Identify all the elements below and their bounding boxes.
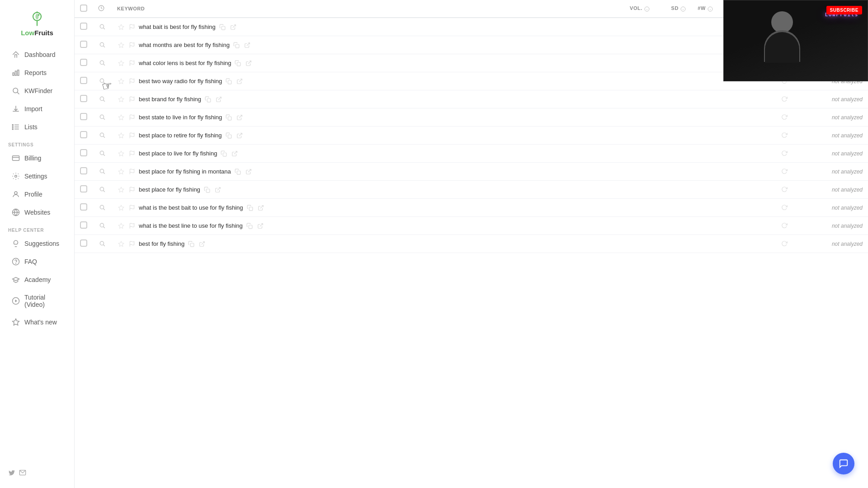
row-refresh-btn[interactable]	[780, 149, 788, 157]
row-copy-btn[interactable]	[225, 77, 233, 85]
row-search-btn[interactable]	[98, 113, 106, 121]
row-flag-btn[interactable]	[128, 59, 136, 67]
row-flag-btn[interactable]	[128, 95, 136, 103]
row-search-btn[interactable]	[98, 239, 106, 248]
row-search-btn[interactable]	[98, 23, 106, 31]
row-star-btn[interactable]	[117, 168, 125, 176]
select-all-checkbox[interactable]	[80, 5, 87, 12]
mail-icon[interactable]	[19, 469, 26, 476]
row-star-btn[interactable]	[117, 222, 125, 230]
row-copy-btn[interactable]	[204, 95, 212, 103]
row-flag-btn[interactable]	[128, 23, 136, 31]
sidebar-item-suggestions[interactable]: Suggestions	[4, 235, 71, 252]
sidebar-item-tutorial[interactable]: Tutorial (Video)	[4, 289, 71, 313]
row-refresh-btn[interactable]	[780, 131, 788, 139]
row-external-link-btn[interactable]	[256, 222, 264, 230]
row-star-btn[interactable]	[117, 59, 125, 67]
row-flag-btn[interactable]	[128, 240, 136, 248]
row-star-btn[interactable]	[117, 240, 125, 248]
row-star-btn[interactable]	[117, 186, 125, 194]
row-copy-btn[interactable]	[225, 131, 233, 140]
row-copy-btn[interactable]	[187, 240, 195, 248]
row-checkbox[interactable]	[80, 131, 87, 138]
row-checkbox[interactable]	[80, 113, 87, 120]
sidebar-item-reports[interactable]: Reports	[4, 64, 71, 81]
row-checkbox[interactable]	[80, 221, 87, 229]
row-external-link-btn[interactable]	[257, 204, 265, 212]
row-copy-btn[interactable]	[246, 204, 254, 212]
row-search-btn[interactable]	[98, 41, 106, 49]
row-refresh-btn[interactable]	[780, 185, 788, 193]
row-flag-btn[interactable]	[128, 186, 136, 194]
row-checkbox[interactable]	[80, 23, 87, 30]
row-flag-btn[interactable]	[128, 41, 136, 49]
row-star-btn[interactable]	[117, 23, 125, 31]
row-flag-btn[interactable]	[128, 77, 136, 85]
row-external-link-btn[interactable]	[198, 240, 206, 248]
twitter-icon[interactable]	[8, 469, 15, 476]
row-flag-btn[interactable]	[128, 113, 136, 122]
sidebar-item-whats-new[interactable]: What's new	[4, 314, 71, 331]
row-checkbox[interactable]	[80, 239, 87, 247]
row-checkbox[interactable]	[80, 167, 87, 174]
chat-bubble-button[interactable]	[833, 453, 854, 474]
row-star-btn[interactable]	[117, 131, 125, 140]
row-checkbox[interactable]	[80, 95, 87, 102]
row-external-link-btn[interactable]	[231, 150, 239, 158]
row-checkbox[interactable]	[80, 185, 87, 192]
row-search-btn[interactable]	[98, 95, 106, 103]
row-external-link-btn[interactable]	[236, 113, 244, 122]
row-flag-btn[interactable]	[128, 204, 136, 212]
row-star-btn[interactable]	[117, 150, 125, 158]
row-refresh-btn[interactable]	[780, 113, 788, 121]
sidebar-item-profile[interactable]: Profile	[4, 186, 71, 203]
row-search-btn[interactable]	[98, 131, 106, 139]
row-star-btn[interactable]	[117, 77, 125, 85]
row-copy-btn[interactable]	[220, 150, 228, 158]
row-external-link-btn[interactable]	[243, 41, 251, 49]
row-refresh-btn[interactable]	[780, 239, 788, 248]
sidebar-item-kwfinder[interactable]: KWFinder	[4, 82, 71, 99]
row-copy-btn[interactable]	[203, 186, 211, 194]
row-refresh-btn[interactable]	[780, 221, 788, 230]
row-search-btn[interactable]	[98, 221, 106, 230]
sidebar-item-lists[interactable]: Lists	[4, 118, 71, 136]
row-search-btn[interactable]	[98, 149, 106, 157]
row-star-btn[interactable]	[117, 95, 125, 103]
row-flag-btn[interactable]	[128, 222, 136, 230]
row-flag-btn[interactable]	[128, 150, 136, 158]
row-search-btn[interactable]	[98, 59, 106, 67]
sidebar-item-billing[interactable]: Billing	[4, 150, 71, 167]
row-search-btn[interactable]	[98, 185, 106, 193]
row-external-link-btn[interactable]	[245, 168, 253, 176]
row-refresh-btn[interactable]	[780, 203, 788, 211]
subscribe-button[interactable]: SUBSCRIBE	[826, 6, 862, 14]
row-copy-btn[interactable]	[245, 222, 254, 230]
row-flag-btn[interactable]	[128, 168, 136, 176]
row-copy-btn[interactable]	[218, 23, 226, 31]
row-refresh-btn[interactable]	[780, 167, 788, 175]
row-checkbox[interactable]	[80, 203, 87, 211]
row-external-link-btn[interactable]	[229, 23, 237, 31]
row-star-btn[interactable]	[117, 41, 125, 49]
row-external-link-btn[interactable]	[215, 95, 223, 103]
sidebar-item-academy[interactable]: Academy	[4, 271, 71, 288]
row-star-btn[interactable]	[117, 204, 125, 212]
row-external-link-btn[interactable]	[214, 186, 222, 194]
row-checkbox[interactable]	[80, 149, 87, 156]
row-search-btn[interactable]	[98, 203, 106, 211]
row-external-link-btn[interactable]	[245, 59, 253, 67]
row-search-btn[interactable]	[98, 77, 106, 85]
row-external-link-btn[interactable]	[236, 77, 244, 85]
row-flag-btn[interactable]	[128, 131, 136, 140]
row-checkbox[interactable]	[80, 77, 87, 84]
sidebar-item-faq[interactable]: FAQ	[4, 253, 71, 270]
sidebar-item-dashboard[interactable]: Dashboard	[4, 46, 71, 63]
row-checkbox[interactable]	[80, 41, 87, 48]
sidebar-item-import[interactable]: Import	[4, 100, 71, 117]
sidebar-item-settings[interactable]: Settings	[4, 168, 71, 185]
row-external-link-btn[interactable]	[236, 131, 244, 140]
row-checkbox[interactable]	[80, 59, 87, 66]
row-search-btn[interactable]	[98, 167, 106, 175]
row-copy-btn[interactable]	[232, 41, 241, 49]
